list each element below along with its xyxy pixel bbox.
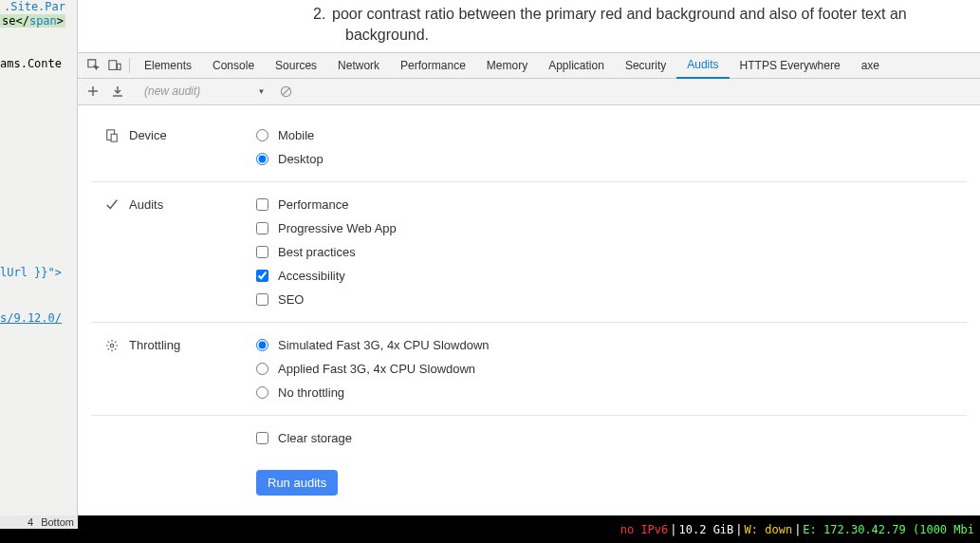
tab-security[interactable]: Security bbox=[615, 52, 676, 79]
option-label: SEO bbox=[278, 292, 304, 307]
tab-audits[interactable]: Audits bbox=[676, 52, 729, 79]
system-status: no IPv6|10.2 GiB|W: down|E: 172.30.42.79… bbox=[620, 523, 974, 536]
audit-checkbox[interactable] bbox=[256, 270, 268, 282]
tab-console[interactable]: Console bbox=[202, 52, 265, 79]
tab-network[interactable]: Network bbox=[327, 52, 390, 79]
tab-axe[interactable]: axe bbox=[851, 52, 890, 79]
audit-select-dropdown[interactable]: (new audit) ▼ bbox=[139, 84, 270, 98]
clear-storage-checkbox[interactable] bbox=[256, 432, 268, 444]
inspect-element-icon[interactable] bbox=[83, 55, 104, 76]
tab-memory[interactable]: Memory bbox=[476, 52, 538, 79]
code-fragment: ams.Conte bbox=[0, 57, 62, 70]
svg-rect-5 bbox=[111, 134, 117, 141]
throttling-radio[interactable] bbox=[256, 363, 268, 375]
audit-option-accessibility[interactable]: Accessibility bbox=[256, 269, 953, 283]
main-panel: 2.poor contrast ratio between the primar… bbox=[78, 0, 980, 515]
status-bar: 4 Bottom no IPv6|10.2 GiB|W: down|E: 172… bbox=[0, 515, 980, 543]
dropdown-placeholder: (new audit) bbox=[144, 84, 200, 98]
list-number: 2. bbox=[313, 4, 332, 25]
throttling-option-1[interactable]: Applied Fast 3G, 4x CPU Slowdown bbox=[256, 362, 953, 376]
section-label-text: Audits bbox=[129, 197, 163, 212]
throttling-radio[interactable] bbox=[256, 339, 268, 351]
option-label: Simulated Fast 3G, 4x CPU Slowdown bbox=[278, 338, 490, 352]
tab-performance[interactable]: Performance bbox=[390, 52, 476, 79]
option-label: Clear storage bbox=[278, 431, 352, 445]
option-label: Progressive Web App bbox=[278, 221, 397, 235]
code-fragment: s/9.12.0/ bbox=[0, 311, 62, 325]
clear-storage-option[interactable]: Clear storage bbox=[256, 431, 953, 445]
option-label: Mobile bbox=[278, 128, 314, 142]
option-label: Applied Fast 3G, 4x CPU Slowdown bbox=[278, 362, 475, 376]
source-sidebar: .Site.Par se</span> ams.Conte lUrl }}"> … bbox=[0, 0, 78, 515]
audit-option-seo[interactable]: SEO bbox=[256, 292, 953, 307]
svg-rect-0 bbox=[109, 61, 117, 70]
check-icon bbox=[104, 197, 120, 213]
code-fragment: se</span> bbox=[2, 14, 64, 28]
editor-footer-fragment: 4 Bottom bbox=[0, 515, 78, 529]
svg-point-6 bbox=[110, 344, 114, 347]
audit-checkbox[interactable] bbox=[256, 198, 268, 211]
svg-line-3 bbox=[283, 88, 289, 95]
chevron-down-icon: ▼ bbox=[257, 87, 265, 96]
throttling-option-0[interactable]: Simulated Fast 3G, 4x CPU Slowdown bbox=[256, 338, 953, 352]
gear-icon bbox=[104, 338, 120, 353]
device-option-mobile[interactable]: Mobile bbox=[256, 128, 953, 142]
device-radio[interactable] bbox=[256, 153, 268, 165]
code-fragment: lUrl }}"> bbox=[0, 266, 62, 279]
section-label-text: Throttling bbox=[129, 338, 180, 352]
tab-https-everywhere[interactable]: HTTPS Everywhere bbox=[730, 52, 851, 79]
audit-checkbox[interactable] bbox=[256, 293, 268, 306]
run-audits-button[interactable]: Run audits bbox=[256, 470, 338, 496]
device-option-desktop[interactable]: Desktop bbox=[256, 152, 953, 166]
throttling-section: Throttling Simulated Fast 3G, 4x CPU Slo… bbox=[91, 323, 967, 416]
tab-application[interactable]: Application bbox=[538, 52, 615, 79]
svg-rect-1 bbox=[118, 64, 121, 69]
code-fragment: .Site.Par bbox=[4, 0, 65, 13]
device-section: Device MobileDesktop bbox=[91, 113, 967, 182]
tab-sources[interactable]: Sources bbox=[265, 52, 327, 79]
section-label-text: Device bbox=[129, 128, 167, 142]
cancel-icon[interactable] bbox=[276, 82, 295, 101]
download-icon[interactable] bbox=[108, 82, 127, 101]
tab-elements[interactable]: Elements bbox=[134, 52, 202, 79]
device-icon bbox=[104, 128, 120, 143]
page-content-text: 2.poor contrast ratio between the primar… bbox=[78, 0, 980, 52]
option-label: No throttling bbox=[278, 385, 344, 400]
device-radio[interactable] bbox=[256, 129, 268, 141]
audits-toolbar: (new audit) ▼ bbox=[78, 79, 980, 105]
audit-option-progressive-web-app[interactable]: Progressive Web App bbox=[256, 221, 953, 235]
audit-checkbox[interactable] bbox=[256, 222, 268, 234]
option-label: Performance bbox=[278, 197, 348, 212]
audit-form: Device MobileDesktop Audits PerformanceP… bbox=[78, 105, 980, 515]
option-label: Desktop bbox=[278, 152, 324, 166]
throttling-option-2[interactable]: No throttling bbox=[256, 385, 953, 400]
add-icon[interactable] bbox=[83, 82, 102, 101]
audit-option-performance[interactable]: Performance bbox=[256, 197, 953, 212]
content-line: background. bbox=[345, 25, 961, 46]
content-line: poor contrast ratio between the primary … bbox=[332, 6, 907, 22]
storage-section: Clear storage bbox=[91, 416, 967, 460]
audit-checkbox[interactable] bbox=[256, 246, 268, 258]
throttling-radio[interactable] bbox=[256, 386, 268, 399]
option-label: Best practices bbox=[278, 245, 356, 259]
audit-option-best-practices[interactable]: Best practices bbox=[256, 245, 953, 259]
devtools-tabbar: ElementsConsoleSourcesNetworkPerformance… bbox=[78, 52, 980, 79]
option-label: Accessibility bbox=[278, 269, 345, 283]
audits-section: Audits PerformanceProgressive Web AppBes… bbox=[91, 182, 967, 323]
device-toolbar-icon[interactable] bbox=[104, 55, 125, 76]
